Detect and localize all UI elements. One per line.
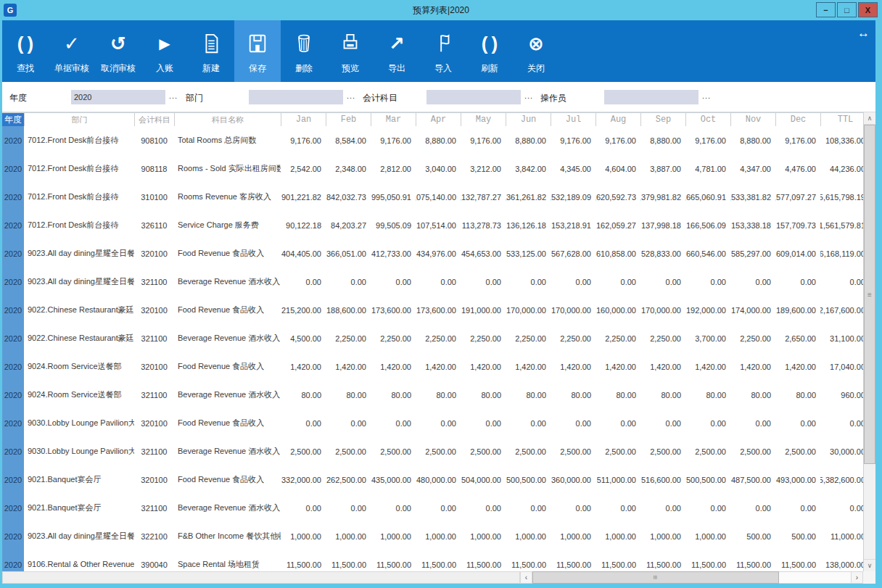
toolbar-audit-check-button[interactable]: ✓单据审核 [49,20,95,82]
cell-month-Apr[interactable]: 2,500.00 [416,437,461,465]
cell-month-Mar[interactable]: 11,500.00 [371,550,416,571]
cell-code[interactable]: 390040 [134,550,174,571]
cell-code[interactable]: 320100 [134,296,174,324]
table-row[interactable]: 20209024.Room Service送餐部321100Beverage R… [2,381,863,409]
cell-month-Mar[interactable]: 412,733.00 [371,239,416,268]
cell-month-Nov[interactable]: 8,880.00 [730,126,775,154]
cell-month-Nov[interactable]: 1,533,381.82 [730,183,775,211]
cell-name[interactable]: Total Rooms 总房间数 [174,126,281,154]
cell-month-Jul[interactable]: 2,500.00 [551,437,595,465]
cell-month-Feb[interactable]: 8,584.00 [326,126,371,154]
cell-month-Sep[interactable]: 2,250.00 [640,324,685,352]
cell-month-Sep[interactable]: 1,420.00 [640,352,685,381]
cell-month-Mar[interactable]: 1,000.00 [371,522,416,550]
close-button[interactable]: X [858,2,878,17]
cell-month-Jun[interactable]: 3,842.00 [506,154,551,183]
cell-year[interactable]: 2020 [2,183,24,211]
cell-month-Aug[interactable]: 1,000.00 [595,522,640,550]
cell-month-Jan[interactable]: 90,122.18 [281,211,326,239]
table-row[interactable]: 20207012.Front Desk前台接待908118Rooms - Sol… [2,154,863,183]
cell-ttl[interactable]: 0.00 [820,494,863,522]
cell-name[interactable]: Beverage Revenue 酒水收入 [174,268,281,296]
table-row[interactable]: 20207012.Front Desk前台接待310100Rooms Reven… [2,183,863,211]
cell-month-Feb[interactable]: 2,500.00 [326,437,371,465]
toolbar-export-button[interactable]: ↗导出 [374,20,420,82]
cell-ttl[interactable]: 960.00 [820,381,863,409]
toolbar-refresh-button[interactable]: ( )刷新 [466,20,513,82]
cell-year[interactable]: 2020 [2,381,24,409]
column-header-Jun[interactable]: Jun [506,113,551,126]
cell-name[interactable]: Beverage Revenue 酒水收入 [174,494,281,522]
column-header-科目名称[interactable]: 科目名称 [174,113,281,126]
cell-month-Jan[interactable]: 0.00 [281,409,326,437]
cell-dept[interactable]: 9021.Banquet宴会厅 [24,494,134,522]
cell-month-Feb[interactable]: 188,600.00 [326,296,371,324]
cell-month-Jan[interactable]: 404,405.00 [281,239,326,268]
cell-month-Apr[interactable]: 2,250.00 [416,324,461,352]
cell-code[interactable]: 320100 [134,239,174,268]
cell-name[interactable]: Beverage Revenue 酒水收入 [174,437,281,465]
cell-month-Apr[interactable]: 11,500.00 [416,550,461,571]
cell-month-Dec[interactable]: 0.00 [775,268,820,296]
cell-ttl[interactable]: 31,100.00 [820,324,863,352]
table-row[interactable]: 20207012.Front Desk前台接待908100Total Rooms… [2,126,863,154]
cell-ttl[interactable]: 6,168,119.00 [820,239,863,268]
cell-name[interactable]: Food Revenue 食品收入 [174,296,281,324]
cell-month-Sep[interactable]: 1,379,981.82 [640,183,685,211]
cell-month-Mar[interactable]: 80.00 [371,381,416,409]
cell-month-Jan[interactable]: 4,500.00 [281,324,326,352]
cell-code[interactable]: 320100 [134,352,174,381]
cell-ttl[interactable]: 11,000.00 [820,522,863,550]
cell-year[interactable]: 2020 [2,324,24,352]
cell-month-Oct[interactable]: 500,500.00 [685,465,730,494]
cell-month-Nov[interactable]: 153,338.18 [730,211,775,239]
cell-month-Jul[interactable]: 4,345.00 [551,154,595,183]
cell-month-May[interactable]: 1,132,787.27 [461,183,506,211]
cell-month-Jan[interactable]: 9,176.00 [281,126,326,154]
cell-month-Feb[interactable]: 1,000.00 [326,522,371,550]
cell-month-Oct[interactable]: 80.00 [685,381,730,409]
column-header-Dec[interactable]: Dec [775,113,820,126]
cell-name[interactable]: Service Charge 服务费 [174,211,281,239]
cell-month-Sep[interactable]: 137,998.18 [640,211,685,239]
cell-month-Mar[interactable]: 0.00 [371,409,416,437]
cell-month-Dec[interactable]: 2,650.00 [775,324,820,352]
cell-month-Sep[interactable]: 2,500.00 [640,437,685,465]
cell-dept[interactable]: 7012.Front Desk前台接待 [24,183,134,211]
cell-month-Nov[interactable]: 11,500.00 [730,550,775,571]
cell-month-Oct[interactable]: 1,420.00 [685,352,730,381]
table-row[interactable]: 20209023.All day dining星耀全日餐厅322100F&B O… [2,522,863,550]
cell-ttl[interactable]: 44,236.00 [820,154,863,183]
cell-month-Jan[interactable]: 0.00 [281,268,326,296]
cell-month-Dec[interactable]: 189,600.00 [775,296,820,324]
cell-month-Aug[interactable]: 511,000.00 [595,465,640,494]
cell-month-Dec[interactable]: 4,476.00 [775,154,820,183]
cell-month-Jan[interactable]: 2,542.00 [281,154,326,183]
cell-month-Nov[interactable]: 2,250.00 [730,324,775,352]
maximize-button[interactable]: □ [837,2,857,17]
operator-lookup-button[interactable]: ... [702,91,711,100]
cell-month-Aug[interactable]: 1,620,592.73 [595,183,640,211]
cell-month-Sep[interactable]: 0.00 [640,268,685,296]
cell-month-Nov[interactable]: 174,000.00 [730,296,775,324]
cell-dept[interactable]: 9030.Lobby Lounge Pavilion大堂吧 [24,409,134,437]
toolbar-search-button[interactable]: ( )查找 [2,20,49,82]
scroll-down-arrow-icon[interactable]: ∨ [864,559,875,571]
table-row[interactable]: 20209024.Room Service送餐部320100Food Reven… [2,352,863,381]
cell-month-Jul[interactable]: 80.00 [551,381,595,409]
cell-year[interactable]: 2020 [2,437,24,465]
cell-month-Sep[interactable]: 0.00 [640,494,685,522]
cell-month-Dec[interactable]: 9,176.00 [775,126,820,154]
cell-dept[interactable]: 9023.All day dining星耀全日餐厅 [24,522,134,550]
cell-month-May[interactable]: 9,176.00 [461,126,506,154]
cell-month-Nov[interactable]: 0.00 [730,494,775,522]
cell-month-Jul[interactable]: 2,250.00 [551,324,595,352]
cell-month-Apr[interactable]: 1,000.00 [416,522,461,550]
cell-month-Apr[interactable]: 434,976.00 [416,239,461,268]
column-header-会计科目[interactable]: 会计科目 [134,113,174,126]
column-header-部门[interactable]: 部门 [24,113,134,126]
vertical-scrollbar[interactable]: ∧ ≡ ∨ [863,112,875,571]
cell-ttl[interactable]: 1,561,579.81 [820,211,863,239]
column-header-Jan[interactable]: Jan [281,113,326,126]
department-lookup-button[interactable]: ... [347,91,355,100]
